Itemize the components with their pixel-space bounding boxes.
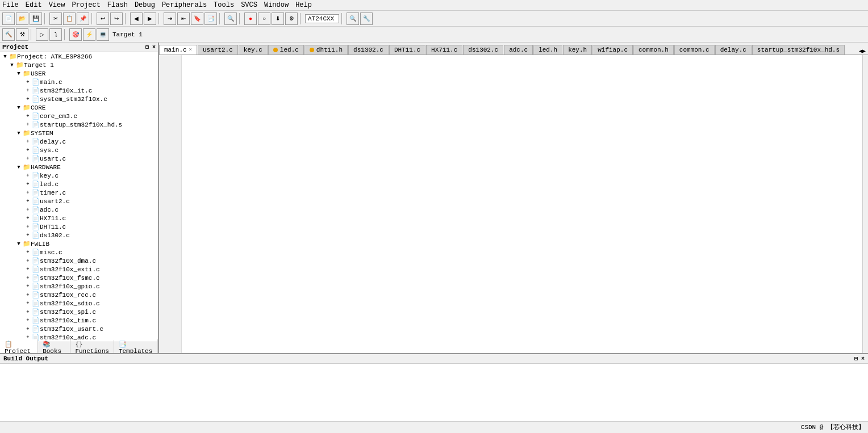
back-button[interactable]: ◀	[130, 12, 143, 25]
tab-main-c-close[interactable]: ×	[189, 47, 192, 53]
tools-button[interactable]: 🔧	[360, 12, 373, 25]
tree-core-folder[interactable]: ▼ 📁 CORE	[0, 103, 158, 112]
tree-fwlib-folder[interactable]: ▼ 📁 FWLIB	[0, 239, 158, 248]
tree-fsmc[interactable]: +📄stm32f10x_fsmc.c	[0, 274, 158, 282]
save-button[interactable]: 💾	[30, 12, 42, 25]
cut-button[interactable]: ✂	[49, 12, 62, 25]
tab-usart2-label: usart2.c	[203, 47, 233, 53]
forward-button[interactable]: ▶	[144, 12, 156, 25]
outdent-button[interactable]: ⇤	[177, 12, 190, 25]
indent-button[interactable]: ⇥	[164, 12, 176, 25]
debug-start-button[interactable]: ▷	[36, 28, 48, 41]
tree-key[interactable]: +📄key.c	[0, 171, 158, 180]
tree-rcc[interactable]: +📄stm32f10x_rcc.c	[0, 291, 158, 299]
gpio-label: stm32f10x_gpio.c	[40, 283, 100, 290]
tab-hx711-c[interactable]: HX711.c	[426, 45, 462, 54]
tree-timer[interactable]: +📄timer.c	[0, 188, 158, 197]
tab-dht11-h[interactable]: dht11.h	[304, 45, 348, 54]
run-stop-button[interactable]: ●	[244, 12, 257, 25]
open-button[interactable]: 📂	[16, 12, 28, 25]
tree-exti[interactable]: +📄stm32f10x_exti.c	[0, 265, 158, 274]
proj-tab-templates[interactable]: 📑 Templates	[114, 339, 158, 353]
right-scrollbar[interactable]	[862, 55, 868, 353]
step-over-button[interactable]: ⤵	[49, 28, 62, 41]
tab-commonh[interactable]: common.h	[633, 45, 674, 54]
program-btn[interactable]: 💻	[97, 28, 109, 41]
tree-usart2[interactable]: +📄usart2.c	[0, 197, 158, 205]
tree-misc[interactable]: +📄misc.c	[0, 248, 158, 257]
tree-delay[interactable]: + 📄 delay.c	[0, 137, 158, 146]
settings-button[interactable]: ⚙	[285, 12, 298, 25]
tree-tim[interactable]: +📄stm32f10x_tim.c	[0, 316, 158, 325]
tree-core-cm3[interactable]: + 📄 core_cm3.c	[0, 112, 158, 120]
build-button[interactable]: 🔨	[2, 28, 15, 41]
proj-tab-books[interactable]: 📚 Books	[38, 339, 70, 353]
tree-sys[interactable]: + 📄 sys.c	[0, 146, 158, 154]
tree-stm32f10x-it[interactable]: + 📄 stm32f10x_it.c	[0, 86, 158, 95]
bookmark-button[interactable]: 🔖	[191, 12, 203, 25]
tree-target[interactable]: ▼ 📁 Target 1	[0, 61, 158, 69]
menu-tools[interactable]: Tools	[214, 1, 234, 9]
tree-hx711[interactable]: +📄HX711.c	[0, 214, 158, 222]
tree-led[interactable]: +📄led.c	[0, 180, 158, 188]
tree-gpio[interactable]: +📄stm32f10x_gpio.c	[0, 282, 158, 291]
tree-root[interactable]: ▼ 📁 Project: ATK_ESP8266	[0, 52, 158, 61]
menu-file[interactable]: File	[2, 1, 19, 9]
menu-flash[interactable]: Flash	[107, 1, 128, 9]
tree-ds1302[interactable]: +📄ds1302.c	[0, 231, 158, 239]
tab-usart2-c[interactable]: usart2.c	[198, 45, 238, 54]
tree-system-stm32[interactable]: + 📄 system_stm32f10x.c	[0, 95, 158, 103]
tab-ds1302-c2[interactable]: ds1302.c	[463, 45, 503, 54]
tab-main-c[interactable]: main.c ×	[159, 45, 197, 55]
tab-wifiap-c[interactable]: wifiap.c	[592, 45, 633, 54]
tab-led-c[interactable]: led.c	[268, 45, 304, 54]
proj-tab-functions[interactable]: {} Functions	[70, 340, 114, 354]
tree-startup[interactable]: + 📄 startup_stm32f10x_hd.s	[0, 120, 158, 129]
tab-adc-c[interactable]: adc.c	[504, 45, 533, 54]
tab-led-h[interactable]: led.h	[533, 45, 562, 54]
tree-spi[interactable]: +📄stm32f10x_spi.c	[0, 308, 158, 316]
project-tree[interactable]: ▼ 📁 Project: ATK_ESP8266 ▼ 📁 Target 1 ▼ …	[0, 52, 158, 342]
tree-sdio[interactable]: +📄stm32f10x_sdio.c	[0, 299, 158, 308]
code-content[interactable]	[182, 55, 862, 353]
tree-adc[interactable]: +📄adc.c	[0, 205, 158, 214]
menu-edit[interactable]: Edit	[26, 1, 42, 9]
tab-delay-c[interactable]: delay.c	[715, 45, 752, 54]
tab-dht11-c[interactable]: DHT11.c	[389, 45, 425, 54]
tree-stm-usart[interactable]: +📄stm32f10x_usart.c	[0, 325, 158, 333]
paste-button[interactable]: 📌	[77, 12, 89, 25]
bookmarks-button[interactable]: 📑	[205, 12, 217, 25]
menu-peripherals[interactable]: Peripherals	[162, 1, 207, 9]
redo-button[interactable]: ↪	[110, 12, 123, 25]
undo-button[interactable]: ↩	[97, 12, 109, 25]
proj-tab-project[interactable]: 📋 Project	[0, 339, 38, 353]
tab-ds1302-c[interactable]: ds1302.c	[348, 45, 389, 54]
flash-btn[interactable]: ⚡	[83, 28, 95, 41]
tab-key-c[interactable]: key.c	[239, 45, 268, 54]
menu-view[interactable]: View	[49, 1, 65, 9]
tab-scroll-right[interactable]: ▶	[862, 48, 866, 54]
tree-dht11[interactable]: +📄DHT11.c	[0, 222, 158, 231]
reset-button[interactable]: ○	[258, 12, 270, 25]
menu-window[interactable]: Window	[264, 1, 289, 9]
search-button[interactable]: 🔍	[224, 12, 237, 25]
menu-debug[interactable]: Debug	[135, 1, 155, 9]
tab-startup-s[interactable]: startup_stm32f10x_hd.s	[752, 45, 845, 54]
tab-commonc[interactable]: common.c	[674, 45, 715, 54]
rebuild-button[interactable]: ⚒	[16, 28, 28, 41]
menu-help[interactable]: Help	[295, 1, 312, 9]
tree-system-folder[interactable]: ▼ 📁 SYSTEM	[0, 129, 158, 137]
copy-button[interactable]: 📋	[63, 12, 76, 25]
target-btn[interactable]: 🎯	[69, 28, 82, 41]
menu-svcs[interactable]: SVCS	[241, 1, 257, 9]
tree-hardware-folder[interactable]: ▼ 📁 HARDWARE	[0, 163, 158, 171]
new-button[interactable]: 📄	[2, 12, 15, 25]
tab-key-h[interactable]: key.h	[563, 45, 592, 54]
tree-dma[interactable]: +📄stm32f10x_dma.c	[0, 257, 158, 265]
tree-main-c[interactable]: + 📄 main.c	[0, 78, 158, 86]
tree-usart[interactable]: + 📄 usart.c	[0, 154, 158, 163]
tree-user-folder[interactable]: ▼ 📁 USER	[0, 69, 158, 78]
search2-button[interactable]: 🔍	[347, 12, 359, 25]
download-button[interactable]: ⬇	[272, 12, 284, 25]
menu-project[interactable]: Project	[72, 1, 100, 9]
